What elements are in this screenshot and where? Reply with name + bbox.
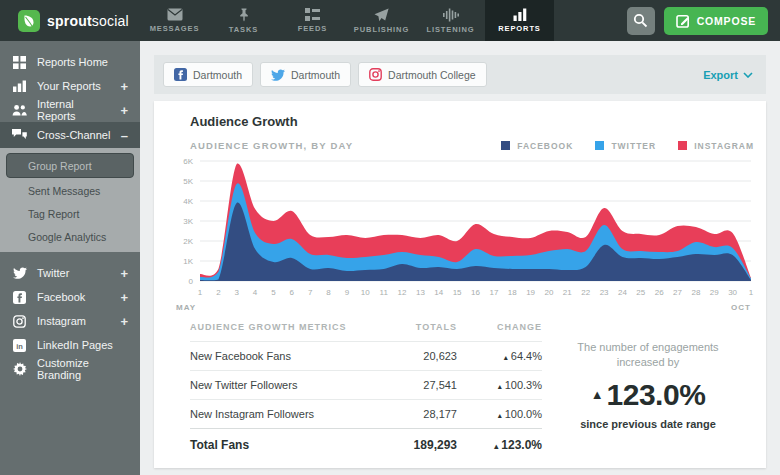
change-up-icon: ▴ [504,353,508,362]
svg-text:in: in [16,341,23,350]
sidebar-item-instagram[interactable]: Instagram + [0,309,140,333]
axis-start-month: MAY [176,303,196,312]
engagement-caption: since previous date range [542,418,754,430]
people-icon [12,104,27,116]
compose-icon [676,14,690,28]
nav-item-messages[interactable]: MESSAGES [140,0,209,41]
chart-header: AUDIENCE GROWTH, BY DAY FACEBOOK TWITTER… [190,140,754,151]
svg-text:3: 3 [234,288,239,297]
facebook-icon [12,291,27,304]
svg-text:7: 7 [308,288,313,297]
svg-text:20: 20 [545,288,554,297]
change-up-icon: ▴ [498,382,502,391]
legend-instagram: INSTAGRAM [678,141,754,151]
expand-plus-icon[interactable]: + [120,290,128,305]
svg-text:19: 19 [526,288,535,297]
main-content: Dartmouth Dartmouth Dartmouth College Ex… [140,41,780,475]
audience-growth-table: AUDIENCE GROWTH METRICS TOTALS CHANGE Ne… [190,320,542,461]
table-header-row: AUDIENCE GROWTH METRICS TOTALS CHANGE [190,320,542,341]
brand-text: sproutsocial [47,13,129,29]
metrics-section: AUDIENCE GROWTH METRICS TOTALS CHANGE Ne… [190,320,754,461]
table-row: New Instagram Followers 28,177 ▴100.0% [190,399,542,428]
profile-filter-bar: Dartmouth Dartmouth Dartmouth College Ex… [154,55,766,94]
sidebar-item-twitter[interactable]: Twitter + [0,261,140,285]
sidebar-item-linkedin-pages[interactable]: in LinkedIn Pages [0,333,140,357]
svg-text:18: 18 [508,288,517,297]
svg-text:11: 11 [380,288,389,297]
legend-twitter: TWITTER [595,141,656,151]
profile-chip-twitter[interactable]: Dartmouth [260,62,351,87]
export-button[interactable]: Export [703,69,757,81]
svg-text:22: 22 [581,288,590,297]
svg-text:30: 30 [728,288,737,297]
svg-text:5K: 5K [183,177,193,186]
waveform-icon [443,8,459,22]
svg-text:1: 1 [749,288,754,297]
svg-text:6: 6 [290,288,295,297]
sidebar-item-your-reports[interactable]: Your Reports + [0,74,140,98]
expand-plus-icon[interactable]: + [120,79,128,94]
facebook-icon [174,68,187,81]
collapse-minus-icon[interactable]: – [121,128,128,143]
gear-icon [12,362,27,376]
linkedin-icon: in [12,339,27,352]
svg-text:2K: 2K [183,237,193,246]
chart-area: 01K2K3K4K5K6K123456789101112131415161718… [166,153,754,312]
svg-text:10: 10 [361,288,370,297]
search-icon [633,13,648,28]
engagement-value: 123.0% [607,378,706,411]
compose-button[interactable]: COMPOSE [664,7,768,35]
svg-text:23: 23 [600,288,609,297]
twitter-icon [271,69,285,81]
change-up-icon: ▴ [494,442,498,451]
compose-label: COMPOSE [697,15,756,27]
nav-item-feeds[interactable]: FEEDS [278,0,347,41]
bar-chart-icon [513,8,527,21]
submenu-item-tag-report[interactable]: Tag Report [0,202,140,225]
sidebar-item-customize-branding[interactable]: Customize Branding [0,357,140,381]
paper-plane-icon [374,8,389,22]
search-button[interactable] [627,7,655,35]
engagement-line2: increased by [542,355,754,370]
sprout-leaf-icon [18,10,40,32]
nav-item-listening[interactable]: LISTENING [416,0,485,41]
sidebar-item-cross-channel[interactable]: Cross-Channel – [0,122,140,148]
chevron-down-icon [743,72,753,78]
table-row: New Facebook Fans 20,623 ▴64.4% [190,341,542,370]
sprout-social-logo[interactable]: sproutsocial [0,10,140,32]
nav-item-tasks[interactable]: TASKS [209,0,278,41]
sidebar-item-reports-home[interactable]: Reports Home [0,50,140,74]
expand-plus-icon[interactable]: + [120,103,128,118]
primary-nav: MESSAGES TASKS FEEDS PUBLISHING LISTENIN… [140,0,554,41]
svg-text:16: 16 [471,288,480,297]
svg-text:29: 29 [710,288,719,297]
svg-text:14: 14 [434,288,443,297]
facebook-swatch [501,141,510,150]
svg-text:3K: 3K [183,217,193,226]
svg-text:17: 17 [489,288,498,297]
svg-text:0: 0 [189,277,194,286]
submenu-item-sent-messages[interactable]: Sent Messages [0,179,140,202]
chart-legend: FACEBOOK TWITTER INSTAGRAM [501,141,754,151]
chart-subtitle: AUDIENCE GROWTH, BY DAY [190,140,353,151]
legend-facebook: FACEBOOK [501,141,573,151]
expand-plus-icon[interactable]: + [120,266,128,281]
expand-plus-icon[interactable]: + [120,314,128,329]
svg-text:27: 27 [673,288,682,297]
svg-text:4: 4 [253,288,258,297]
nav-item-reports[interactable]: REPORTS [485,0,554,41]
profile-chip-instagram[interactable]: Dartmouth College [358,62,487,87]
profile-chip-facebook[interactable]: Dartmouth [163,62,253,87]
sidebar-item-facebook[interactable]: Facebook + [0,285,140,309]
svg-text:15: 15 [453,288,462,297]
svg-text:28: 28 [691,288,700,297]
big-up-arrow-icon: ▲ [591,387,604,402]
submenu-item-google-analytics[interactable]: Google Analytics [0,225,140,248]
nav-item-publishing[interactable]: PUBLISHING [347,0,416,41]
audience-growth-chart: 01K2K3K4K5K6K123456789101112131415161718… [166,153,754,301]
feeds-icon [305,8,320,21]
svg-text:9: 9 [345,288,350,297]
audience-growth-card: Audience Growth AUDIENCE GROWTH, BY DAY … [154,101,766,468]
submenu-item-group-report[interactable]: Group Report [6,153,134,178]
sidebar-item-internal-reports[interactable]: Internal Reports + [0,98,140,122]
